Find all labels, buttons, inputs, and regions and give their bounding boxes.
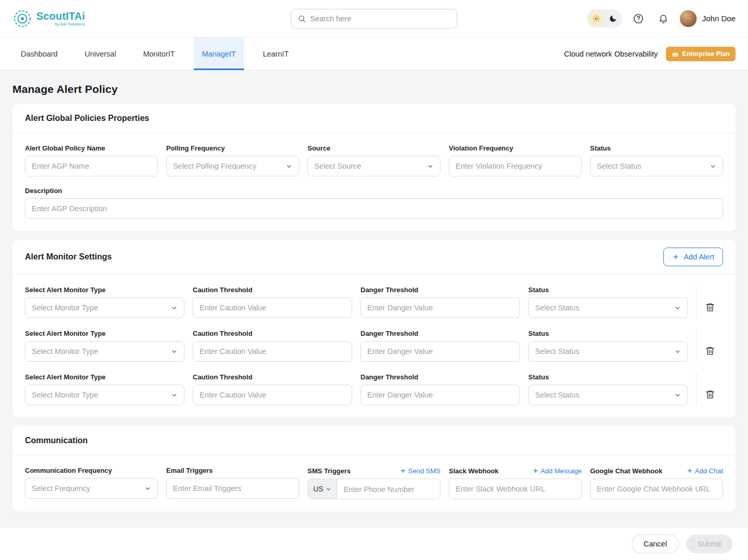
communication-card-title: Communication [25,436,88,445]
monitor-card-title: Alert Monitor Settings [25,252,112,262]
main-content: Manage Alert Policy Alert Global Policie… [0,71,748,527]
communication-frequency-select[interactable]: Select Frequency [25,478,158,499]
add-alert-button[interactable]: Add Alert [663,248,723,266]
light-mode-icon[interactable] [589,11,604,26]
plan-badge: Enterprise Plan [666,47,736,61]
source-value: Select Source [314,162,361,170]
chevron-down-icon [286,163,292,170]
tab-dashboard[interactable]: Dashboard [12,37,66,70]
violation-frequency-input[interactable] [449,156,582,176]
add-chat-link[interactable]: Add Chat [687,467,723,475]
bell-icon [658,13,669,24]
plus-icon [532,468,539,474]
monitor-row-1: Select Alert Monitor Type Select Monitor… [25,286,723,318]
avatar[interactable] [679,10,697,28]
caution-threshold-input[interactable] [193,297,352,318]
primary-nav: Dashboard Universal MonitorIT ManageIT L… [0,37,748,71]
monitor-status-select[interactable]: Select Status [528,385,688,405]
monitor-status-label: Status [528,330,688,337]
caution-threshold-label: Caution Threshold [193,373,352,381]
google-chat-webhook-label: Google Chat Webhook [590,467,662,475]
trash-icon [705,302,715,312]
polling-frequency-label: Polling Frequency [166,144,299,152]
danger-threshold-input[interactable] [360,341,520,362]
chevron-down-icon [326,486,331,492]
monitor-status-select[interactable]: Select Status [528,297,688,318]
source-label: Source [308,144,440,152]
country-code-select[interactable]: US [308,479,337,499]
monitor-row-3: Select Alert Monitor Type Select Monitor… [25,373,723,405]
communication-frequency-label: Communication Frequency [25,467,158,474]
google-chat-webhook-input[interactable] [590,479,723,499]
tab-universal[interactable]: Universal [76,37,124,70]
monitor-type-select[interactable]: Select Monitor Type [25,297,184,318]
delete-row-button[interactable] [704,388,716,401]
help-button[interactable] [630,10,647,28]
monitor-row-2: Select Alert Monitor Type Select Monitor… [25,330,723,362]
cancel-button[interactable]: Cancel [632,535,679,553]
policy-status-select[interactable]: Select Status [590,156,723,176]
chevron-down-icon [674,392,681,399]
monitor-status-select[interactable]: Select Status [528,341,688,362]
search-icon [298,15,306,23]
email-triggers-input[interactable] [166,478,299,499]
policy-card-title: Alert Global Policies Properties [25,114,149,123]
brand-logo[interactable]: ScoutITAi by A&I Solutions [12,9,85,29]
slack-webhook-input[interactable] [449,479,582,499]
polling-frequency-select[interactable]: Select Polling Frequency [166,156,299,176]
chevron-down-icon [674,348,681,355]
tab-monitorit[interactable]: MonitorIT [135,37,183,70]
chevron-down-icon [171,392,178,399]
add-chat-label: Add Chat [695,467,723,475]
theme-toggle[interactable] [587,9,622,28]
search-input[interactable] [310,15,450,23]
tab-manageit[interactable]: ManageIT [194,37,244,70]
monitor-type-select[interactable]: Select Monitor Type [25,385,184,405]
delete-row-button[interactable] [704,345,716,357]
monitor-type-value: Select Monitor Type [32,347,98,356]
monitor-type-label: Select Alert Monitor Type [25,373,184,381]
trash-icon [705,346,715,356]
footer-bar: Cancel Submit [0,527,748,560]
monitor-type-label: Select Alert Monitor Type [25,286,184,294]
monitor-type-select[interactable]: Select Monitor Type [25,341,184,362]
phone-number-input[interactable] [337,479,440,499]
monitor-status-value: Select Status [535,304,579,312]
polling-frequency-value: Select Polling Frequency [173,162,256,170]
sms-triggers-label: SMS Triggers [308,467,351,475]
brand-name: ScoutITAi [36,11,85,21]
brand-logo-icon [12,9,32,29]
policy-status-label: Status [590,144,723,152]
monitor-status-label: Status [528,286,688,294]
danger-threshold-input[interactable] [360,385,520,405]
user-name: John Doe [702,14,736,23]
caution-threshold-input[interactable] [193,385,352,405]
dark-mode-icon[interactable] [605,11,621,26]
add-alert-label: Add Alert [684,253,714,261]
email-triggers-label: Email Triggers [166,467,299,474]
monitor-type-value: Select Monitor Type [32,391,98,399]
nav-tabs: Dashboard Universal MonitorIT ManageIT L… [12,37,297,70]
context-label: Cloud network Observability [564,50,658,58]
user-menu[interactable]: John Doe [679,10,736,28]
monitor-type-label: Select Alert Monitor Type [25,330,184,337]
add-message-link[interactable]: Add Message [532,467,582,475]
global-search[interactable] [291,9,457,29]
country-code-value: US [313,485,323,493]
send-sms-link[interactable]: Send SMS [400,467,440,475]
plus-icon [400,468,406,474]
delete-row-button[interactable] [704,301,716,313]
caution-threshold-input[interactable] [193,341,352,362]
help-icon [633,13,644,24]
tab-learnit[interactable]: LearnIT [255,37,297,70]
agp-name-input[interactable] [25,156,158,176]
source-select[interactable]: Select Source [308,156,440,176]
agp-description-input[interactable] [25,198,723,219]
trash-icon [705,389,715,400]
top-header: ScoutITAi by A&I Solutions [0,0,748,37]
danger-threshold-input[interactable] [360,297,520,318]
notifications-button[interactable] [654,10,672,28]
danger-threshold-label: Danger Threshold [360,373,520,381]
chevron-down-icon [171,305,178,311]
submit-button[interactable]: Submit [686,535,732,553]
